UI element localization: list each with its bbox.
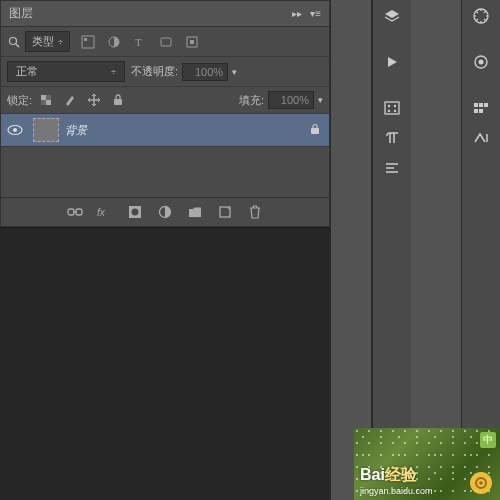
svg-rect-2: [82, 36, 94, 48]
layer-name[interactable]: 背景: [65, 123, 303, 138]
tool-column-2: [461, 0, 500, 500]
watermark-brand: Bai: [360, 466, 385, 483]
svg-point-22: [132, 209, 139, 216]
layer-thumbnail[interactable]: [33, 118, 59, 142]
svg-rect-6: [161, 38, 171, 46]
svg-point-27: [394, 105, 396, 107]
color-icon[interactable]: [467, 50, 495, 74]
visibility-icon[interactable]: [7, 122, 23, 138]
fill-chevron-icon[interactable]: ▾: [318, 95, 323, 105]
filter-smart-icon[interactable]: [184, 34, 200, 50]
layer-item[interactable]: 背景: [1, 114, 329, 147]
svg-rect-39: [474, 109, 478, 113]
delete-icon[interactable]: [247, 204, 263, 220]
swatches-icon[interactable]: [467, 96, 495, 120]
svg-point-33: [474, 9, 488, 23]
opacity-label: 不透明度:: [131, 64, 178, 79]
svg-point-35: [479, 60, 484, 65]
compass-icon[interactable]: [467, 4, 495, 28]
filter-pixel-icon[interactable]: [80, 34, 96, 50]
filter-row: 类型 ÷ T: [1, 27, 329, 57]
svg-rect-37: [479, 103, 483, 107]
panel-header: 图层 ▸▸ ▾≡: [1, 1, 329, 27]
svg-point-0: [10, 37, 17, 44]
panel-dock-gap: [330, 0, 372, 500]
layer-empty-area: [1, 147, 329, 197]
fill-label: 填充:: [239, 93, 264, 108]
lock-transparent-icon[interactable]: [38, 92, 54, 108]
link-layers-icon[interactable]: [67, 204, 83, 220]
panel-title: 图层: [9, 5, 33, 22]
paragraph-icon[interactable]: [378, 126, 406, 150]
fx-icon[interactable]: fx: [97, 204, 113, 220]
brush-preset-icon[interactable]: [378, 96, 406, 120]
svg-rect-11: [46, 95, 51, 100]
svg-rect-3: [84, 38, 87, 41]
svg-rect-8: [190, 40, 194, 44]
opacity-value[interactable]: 100%: [182, 63, 228, 81]
blend-mode-dropdown[interactable]: 正常 ÷: [7, 61, 125, 82]
watermark-badge: 中: [480, 432, 496, 448]
mask-icon[interactable]: [127, 204, 143, 220]
kind-dropdown[interactable]: 类型 ÷: [25, 31, 70, 52]
svg-point-26: [388, 105, 390, 107]
kind-label: 类型: [32, 34, 54, 49]
align-icon[interactable]: [378, 156, 406, 180]
layers-panel: 图层 ▸▸ ▾≡ 类型 ÷ T: [0, 0, 330, 227]
chevron-icon: ÷: [58, 37, 63, 47]
svg-text:T: T: [135, 36, 142, 48]
search-icon[interactable]: [7, 35, 21, 49]
opacity-chevron-icon[interactable]: ▾: [232, 67, 237, 77]
collapse-icon[interactable]: ▸▸: [292, 8, 302, 19]
svg-rect-13: [114, 99, 122, 105]
svg-rect-36: [474, 103, 478, 107]
lock-pixels-icon[interactable]: [62, 92, 78, 108]
watermark: Bai经验 jingyan.baidu.com 中: [354, 428, 500, 500]
svg-rect-40: [479, 109, 483, 113]
svg-rect-9: [41, 95, 46, 100]
filter-shape-icon[interactable]: [158, 34, 174, 50]
right-dock-gap: [411, 0, 461, 500]
layer-list: 背景: [1, 114, 329, 197]
gear-icon: [470, 472, 492, 494]
svg-line-1: [16, 44, 19, 47]
lock-position-icon[interactable]: [86, 92, 102, 108]
lock-label: 锁定:: [7, 93, 32, 108]
adjustment-icon[interactable]: [157, 204, 173, 220]
svg-text:fx: fx: [97, 207, 106, 218]
blend-mode-label: 正常: [16, 64, 38, 79]
svg-rect-38: [484, 103, 488, 107]
lock-all-icon[interactable]: [110, 92, 126, 108]
svg-point-42: [479, 481, 483, 485]
filter-adjust-icon[interactable]: [106, 34, 122, 50]
svg-point-15: [13, 128, 17, 132]
layer-lock-icon[interactable]: [309, 123, 323, 137]
blend-row: 正常 ÷ 不透明度: 100% ▾: [1, 57, 329, 87]
chevron-icon: ÷: [111, 67, 116, 77]
svg-point-28: [388, 110, 390, 112]
tool-column-1: [372, 0, 411, 500]
group-icon[interactable]: [187, 204, 203, 220]
transform-icon[interactable]: [467, 126, 495, 150]
svg-point-29: [394, 110, 396, 112]
watermark-brand2: 经验: [385, 466, 417, 483]
canvas-area: [0, 227, 330, 500]
play-icon[interactable]: [378, 50, 406, 74]
svg-rect-10: [46, 100, 51, 105]
filter-type-icon[interactable]: T: [132, 34, 148, 50]
svg-rect-12: [41, 100, 46, 105]
svg-rect-16: [311, 128, 319, 134]
panel-footer: fx: [1, 197, 329, 226]
layers-tab-icon[interactable]: [378, 4, 406, 28]
fill-value[interactable]: 100%: [268, 91, 314, 109]
svg-rect-25: [385, 102, 399, 114]
panel-menu-icon[interactable]: ▾≡: [310, 8, 321, 19]
lock-row: 锁定: 填充: 100% ▾: [1, 87, 329, 114]
new-layer-icon[interactable]: [217, 204, 233, 220]
